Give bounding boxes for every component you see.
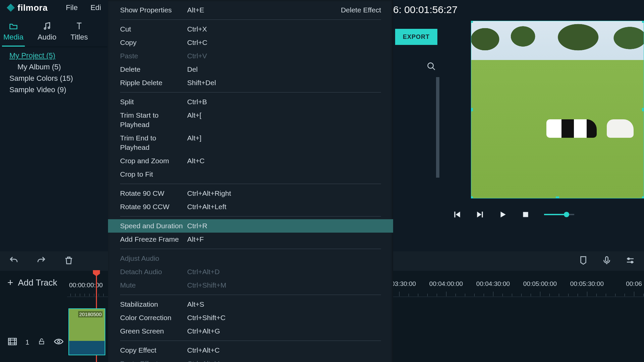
context-menu-item[interactable]: Green ScreenCtrl+Alt+G [108, 324, 393, 338]
plus-icon: + [7, 277, 13, 288]
transform-handle[interactable] [556, 196, 559, 198]
mixer-button[interactable] [625, 255, 635, 267]
tab-audio[interactable]: Audio [36, 19, 58, 47]
clip-label: 20180500 [78, 311, 103, 317]
step-back-button[interactable] [453, 210, 462, 219]
eye-icon[interactable] [54, 338, 63, 347]
context-menu-item[interactable]: Add Freeze FrameAlt+F [108, 233, 393, 246]
music-note-icon [42, 21, 52, 31]
svg-rect-4 [482, 212, 483, 217]
menu-item-label: Mute [120, 281, 187, 290]
folder-icon [9, 21, 18, 31]
menu-item-shortcut: Alt+S [187, 300, 248, 309]
menu-item-label: Detach Audio [120, 267, 187, 277]
context-menu-item[interactable]: Ripple DeleteShift+Del [108, 76, 393, 89]
library-tabs: Media Audio Titles [0, 15, 107, 47]
tree-item-selected[interactable]: My Project (5) [9, 50, 107, 61]
add-track-button[interactable]: + Add Track [0, 277, 57, 288]
volume-knob[interactable] [564, 212, 569, 217]
tree-item[interactable]: Sample Colors (15) [9, 73, 107, 84]
menu-item-shortcut: Alt+[ [187, 111, 248, 129]
volume-slider[interactable] [544, 214, 574, 215]
menu-item-label: Trim End to Playhead [120, 133, 187, 152]
svg-rect-3 [454, 212, 455, 217]
context-menu-item[interactable]: Trim End to PlayheadAlt+] [108, 131, 393, 154]
context-menu-item[interactable]: Crop to Fit [108, 168, 393, 181]
context-menu-item[interactable]: Trim Start to PlayheadAlt+[ [108, 109, 393, 131]
menu-file[interactable]: File [66, 3, 77, 12]
menu-item-label: Crop to Fit [120, 170, 187, 179]
svg-point-8 [631, 261, 633, 263]
menu-item-label: Speed and Duration [120, 221, 187, 231]
menu-item-shortcut: Ctrl+X [187, 24, 248, 34]
svg-rect-6 [605, 257, 608, 262]
text-icon [74, 21, 84, 31]
menu-separator [120, 249, 381, 249]
playhead-handle[interactable] [93, 270, 100, 276]
redo-button[interactable] [36, 255, 46, 267]
menu-item-label: Rotate 90 CW [120, 189, 187, 198]
tree-item[interactable]: Sample Video (9) [9, 84, 107, 96]
search-icon[interactable] [427, 62, 436, 72]
app-logo: filmora [0, 3, 52, 13]
preview-canvas[interactable] [471, 21, 644, 198]
undo-button[interactable] [9, 255, 19, 267]
stop-button[interactable] [521, 210, 530, 219]
menu-item-label: Trim Start to Playhead [120, 111, 187, 129]
context-menu-item[interactable]: StabilizationAlt+S [108, 298, 393, 311]
context-menu-item[interactable]: SplitCtrl+B [108, 95, 393, 109]
marker-button[interactable] [578, 255, 588, 267]
context-menu-item[interactable]: CopyCtrl+C [108, 36, 393, 49]
menu-item-shortcut: Ctrl+Alt+Left [187, 202, 248, 212]
transform-handle[interactable] [642, 21, 644, 23]
svg-point-2 [428, 63, 433, 68]
context-menu-item[interactable]: Show PropertiesAlt+EDelete Effect [108, 3, 393, 17]
context-menu-item[interactable]: Crop and ZoomAlt+C [108, 154, 393, 168]
context-menu-item[interactable]: Rotate 90 CWCtrl+Alt+Right [108, 187, 393, 200]
track-header: 1 [0, 338, 63, 347]
menu-edit[interactable]: Edi [91, 3, 101, 12]
menu-item-label: Rotate 90 CCW [120, 202, 187, 212]
transform-handle[interactable] [642, 108, 644, 111]
export-button[interactable]: EXPORT [395, 29, 437, 45]
menu-separator [120, 341, 381, 341]
step-forward-button[interactable] [476, 210, 484, 219]
media-scrollbar[interactable] [436, 77, 439, 178]
context-menu-item[interactable]: Color CorrectionCtrl+Shift+C [108, 311, 393, 324]
tab-titles[interactable]: Titles [69, 19, 89, 47]
play-button[interactable] [498, 210, 507, 219]
record-voiceover-button[interactable] [602, 255, 612, 267]
menu-item-shortcut: Ctrl+V [187, 51, 248, 61]
menu-item-label: Delete [120, 65, 187, 74]
menu-item-shortcut: Ctrl+Shift+M [187, 281, 248, 290]
svg-rect-9 [8, 338, 16, 345]
transform-handle[interactable] [471, 21, 473, 23]
ruler-label: 00:04:00:00 [429, 280, 463, 288]
menu-item-label: Crop and Zoom [120, 156, 187, 166]
context-menu-item[interactable]: Copy EffectCtrl+Alt+C [108, 344, 393, 357]
menu-item-shortcut: Ctrl+Alt+C [187, 346, 248, 355]
timeline-clip[interactable]: 20180500 [68, 308, 105, 355]
transform-handle[interactable] [642, 196, 644, 198]
svg-point-7 [628, 258, 630, 260]
context-menu-item[interactable]: Rotate 90 CCWCtrl+Alt+Left [108, 200, 393, 214]
svg-rect-5 [523, 212, 528, 217]
tab-media[interactable]: Media [2, 19, 25, 47]
transform-handle[interactable] [471, 108, 473, 111]
menu-item-label: Color Correction [120, 313, 187, 322]
context-menu-item[interactable]: DeleteDel [108, 63, 393, 76]
menu-item-shortcut: Alt+F [187, 235, 248, 244]
context-menu-item: Paste EffectCtrl+Alt+V [108, 357, 393, 362]
context-menu-item[interactable]: Delete Effect [341, 5, 381, 15]
tree-item[interactable]: My Album (5) [9, 61, 107, 73]
scrollbar-thumb[interactable] [436, 77, 439, 178]
lock-icon[interactable] [38, 338, 45, 347]
context-menu-item[interactable]: CutCtrl+X [108, 22, 393, 36]
ruler-label: 00:05:00:00 [523, 280, 557, 288]
menu-item-shortcut: Alt+] [187, 133, 248, 152]
context-menu-item[interactable]: Speed and DurationCtrl+R [108, 219, 393, 233]
delete-button[interactable] [64, 255, 74, 267]
track-number: 1 [25, 339, 29, 346]
transform-handle[interactable] [471, 196, 473, 198]
menu-item-label: Paste Effect [120, 359, 187, 362]
